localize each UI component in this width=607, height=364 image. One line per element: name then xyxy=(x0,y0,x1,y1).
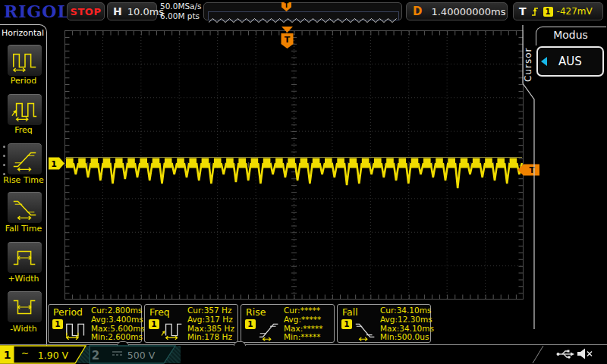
timebase-value: 10.0ms xyxy=(127,6,164,17)
speaker-muted-icon xyxy=(577,347,593,360)
freq-icon xyxy=(11,97,39,123)
rise-time-icon xyxy=(11,146,39,172)
measurement-avg: Avg:12.30ms xyxy=(380,315,430,325)
memory-waveform-preview: T xyxy=(203,2,402,20)
oscilloscope-screen: RIGOL STOP H 10.0ms 50.0MSa/s 6.00M pts … xyxy=(0,0,607,364)
measurement-avg: Avg:***** xyxy=(284,315,334,325)
channel1-level-marker[interactable]: 1 xyxy=(49,157,65,170)
menu-label-freq: Freq xyxy=(0,125,47,135)
trigger-position-marker[interactable]: T xyxy=(281,27,294,49)
menu-label-period: Period xyxy=(0,76,47,86)
channel-badge: 1 xyxy=(245,319,256,329)
minus-width-icon xyxy=(11,294,39,320)
channel2-scale: 500 V xyxy=(127,350,156,361)
channel2-number: 2 xyxy=(92,349,99,362)
channel-badge: 1 xyxy=(149,319,159,329)
delay-value: 1.40000000ms xyxy=(431,6,505,17)
menu-label-rise-time: Rise Time xyxy=(0,175,47,185)
measurement-min: Min:***** xyxy=(284,333,334,342)
panel-edge-line xyxy=(530,345,545,364)
usb-icon xyxy=(556,349,574,359)
plus-width-icon xyxy=(11,245,39,271)
channel1-coupling-ac: ~ xyxy=(21,348,29,359)
channel1-marker-label: 1 xyxy=(51,159,57,169)
menu-button-freq[interactable] xyxy=(7,93,42,126)
channel1-scale: 1.90 V xyxy=(38,350,69,361)
measurement-avg: Avg:3.400ms xyxy=(91,315,141,325)
menu-label-neg-width: -Width xyxy=(0,324,47,334)
freq-icon xyxy=(160,318,186,342)
rising-edge-icon xyxy=(530,5,539,17)
trigger-label: T xyxy=(519,5,527,17)
run-state-indicator[interactable]: STOP xyxy=(67,2,105,20)
measurement-box-rise: Rise 1 Cur:***** Avg:***** Max:***** Min… xyxy=(241,304,335,343)
timebase-label: H xyxy=(113,5,122,17)
measurement-min: Min:500.0us xyxy=(380,333,430,342)
scroll-indicator-dot xyxy=(3,146,5,148)
channel-badge: 1 xyxy=(52,319,63,329)
menu-button-rise-time[interactable] xyxy=(7,143,42,175)
trigger-level-value: -427mV xyxy=(557,6,593,17)
sample-rate: 50.0MSa/s xyxy=(160,2,202,11)
measurement-name: Freq xyxy=(149,306,170,318)
menu-button-neg-width[interactable] xyxy=(7,290,42,323)
channel1-waveform xyxy=(64,30,524,300)
period-icon xyxy=(64,318,90,342)
period-icon xyxy=(11,48,39,74)
cursor-mode-value: AUS xyxy=(558,55,582,68)
trigger-position-marker-label: T xyxy=(285,35,291,45)
menu-button-fall-time[interactable] xyxy=(7,191,42,224)
measurement-box-fall: Fall 1 Cur:34.10ms Avg:12.30ms Max:34.10… xyxy=(337,304,431,343)
trigger-box[interactable]: T 1 -427mV xyxy=(513,2,603,20)
divider-notch xyxy=(234,341,246,346)
menu-title: Modus xyxy=(536,29,605,41)
fall-time-icon xyxy=(353,318,379,342)
memory-depth: 6.00M pts xyxy=(160,11,202,21)
menu-button-period[interactable] xyxy=(7,44,42,77)
measurement-min: Min:178 Hz xyxy=(187,333,237,342)
fall-time-icon xyxy=(11,195,39,221)
channel-badge: 1 xyxy=(341,319,352,329)
channel1-number: 1 xyxy=(4,349,11,361)
measurement-name: Rise xyxy=(246,306,266,318)
measurement-name: Fall xyxy=(342,306,358,318)
rise-time-icon xyxy=(256,318,282,342)
menu-label-pos-width: +Width xyxy=(0,274,47,284)
channel-tabs: 1 ~ 1.90 V 2 500 V xyxy=(0,345,182,364)
measurement-min: Min:2.600ms xyxy=(91,333,141,342)
measurement-box-period: Period 1 Cur:2.800ms Avg:3.400ms Max:5.6… xyxy=(48,304,142,343)
scroll-indicator-dot xyxy=(3,155,5,157)
rigol-logo: RIGOL xyxy=(4,2,70,21)
measurement-box-freq: Freq 1 Cur:357 Hz Avg:317 Hz Max:385 Hz … xyxy=(144,304,238,343)
scroll-indicator-dot xyxy=(3,164,5,166)
delay-label: D xyxy=(413,5,422,18)
menu-label-fall-time: Fall Time xyxy=(0,224,47,234)
trigger-source-badge: 1 xyxy=(543,7,553,17)
channel1-tab[interactable]: 1 ~ 1.90 V xyxy=(1,346,86,363)
acquisition-info: 50.0MSa/s 6.00M pts xyxy=(160,2,202,21)
measurement-avg: Avg:317 Hz xyxy=(187,315,237,325)
chevron-left-icon xyxy=(541,57,547,66)
cursor-menu-tab[interactable]: Cursor xyxy=(523,39,533,82)
preview-waveform xyxy=(209,17,397,24)
preview-trigger-marker: T xyxy=(281,2,291,11)
channel2-tab[interactable]: 2 500 V xyxy=(90,346,175,363)
left-menu-title: Horizontal xyxy=(2,28,46,38)
measurement-name: Period xyxy=(53,306,83,318)
delay-box: D 1.40000000ms xyxy=(406,2,508,20)
memory-window xyxy=(208,11,399,20)
timebase-box[interactable]: H 10.0ms xyxy=(107,2,157,20)
menu-button-pos-width[interactable] xyxy=(7,241,42,274)
